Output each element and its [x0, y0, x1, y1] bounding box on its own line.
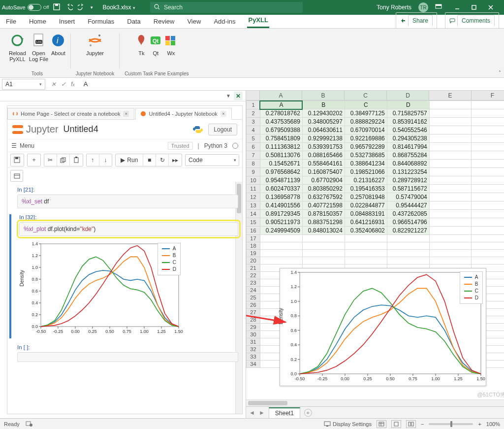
share-button[interactable]: Share: [396, 12, 437, 28]
row-header[interactable]: 2: [247, 109, 260, 118]
grid-cell[interactable]: 0.587115672: [387, 185, 429, 193]
grid-cell[interactable]: [429, 227, 472, 235]
grid-cell[interactable]: [302, 242, 345, 250]
grid-cell[interactable]: 0.508113076: [260, 151, 302, 160]
add-cell-button[interactable]: ＋: [28, 154, 40, 166]
open-logfile-button[interactable]: LOGOpen Log File: [29, 32, 48, 62]
restart-run-button[interactable]: ▸▸: [169, 154, 182, 166]
hamburger-icon[interactable]: ☰: [11, 142, 17, 149]
grid-cell[interactable]: 0.129430202: [302, 109, 345, 118]
add-sheet-button[interactable]: +: [304, 409, 312, 417]
grid-cell[interactable]: 0.195416353: [345, 185, 387, 193]
grid-cell[interactable]: 0.929992138: [302, 134, 345, 143]
col-header-a[interactable]: A: [260, 91, 302, 100]
fx-icon[interactable]: fx: [71, 81, 75, 88]
grid-cell[interactable]: [472, 176, 504, 185]
row-header[interactable]: 25: [247, 294, 260, 301]
grid-cell[interactable]: [472, 235, 504, 242]
grid-cell[interactable]: 0.679509388: [260, 126, 302, 134]
grid-cell[interactable]: [472, 242, 504, 250]
row-header[interactable]: 21: [247, 264, 260, 272]
zoom-in-button[interactable]: +: [478, 421, 481, 427]
sheet-nav-prev[interactable]: ◄: [249, 409, 255, 416]
pane-menu-icon[interactable]: ▼: [226, 93, 231, 99]
grid-cell[interactable]: [302, 235, 345, 242]
grid-cell[interactable]: 0.853914162: [387, 118, 429, 126]
name-box[interactable]: A1▾: [2, 79, 45, 90]
grid-cell[interactable]: 0.088165466: [302, 151, 345, 160]
grid-cell[interactable]: [429, 151, 472, 160]
cell-type-select[interactable]: Code: [185, 154, 239, 166]
grid-cell[interactable]: 0.348005297: [302, 118, 345, 126]
row-header[interactable]: 11: [247, 185, 260, 193]
switch-off-icon[interactable]: [28, 4, 41, 11]
row-header[interactable]: 27: [247, 309, 260, 316]
row-header[interactable]: 7: [247, 151, 260, 160]
grid-cell[interactable]: 0.878150357: [302, 210, 345, 218]
ribbon-display-icon[interactable]: [435, 4, 442, 11]
grid-cell[interactable]: 0.131223254: [387, 168, 429, 176]
grid-cell[interactable]: 0.294305238: [387, 134, 429, 143]
grid-cell[interactable]: 0.407721598: [302, 201, 345, 210]
grid-scroll-h[interactable]: [246, 399, 504, 406]
restart-button[interactable]: ↻: [156, 154, 169, 166]
row-header[interactable]: 16: [247, 227, 260, 235]
select-all-corner[interactable]: [246, 91, 260, 100]
grid-cell[interactable]: [472, 160, 504, 168]
grid-cell[interactable]: 0.715825757: [387, 109, 429, 118]
sheet-tab[interactable]: Sheet1: [269, 407, 300, 418]
grid-cell[interactable]: 0.111363812: [260, 143, 302, 151]
grid-cell[interactable]: [472, 109, 504, 118]
tab-home[interactable]: Home: [28, 16, 47, 28]
copy-cell-button[interactable]: [57, 154, 70, 166]
grid-cell[interactable]: 0.888829224: [345, 118, 387, 126]
grid-cell[interactable]: 0.803850292: [302, 185, 345, 193]
grid-cell[interactable]: [472, 101, 504, 109]
grid-cell[interactable]: A: [260, 101, 302, 109]
grid-cell[interactable]: [472, 218, 504, 227]
cancel-formula-icon[interactable]: ✕: [51, 81, 56, 88]
grid-cell[interactable]: 0.57479004: [387, 193, 429, 201]
about-button[interactable]: iAbout: [51, 32, 65, 62]
grid-cell[interactable]: 0.822921227: [387, 227, 429, 235]
grid-cell[interactable]: 0.084883191: [345, 210, 387, 218]
grid-cell[interactable]: [429, 193, 472, 201]
grid-cell[interactable]: 0.257081948: [345, 193, 387, 201]
interrupt-button[interactable]: ■: [143, 154, 156, 166]
grid-cell[interactable]: [429, 242, 472, 250]
grid-cell[interactable]: [472, 193, 504, 201]
grid-cell[interactable]: [387, 250, 429, 257]
page-break-button[interactable]: [406, 420, 416, 428]
pane-close-icon[interactable]: ✕: [234, 92, 243, 100]
grid-cell[interactable]: 0.136958778: [260, 193, 302, 201]
grid[interactable]: 1ABCD20.2780187620.1294302020.3849771250…: [246, 100, 504, 406]
grid-cell[interactable]: [472, 126, 504, 134]
code-cell-32[interactable]: In [32]: %xl_plot df.plot(kind="kde") -0…: [9, 214, 238, 338]
wx-button[interactable]: Wx: [164, 32, 177, 56]
row-header[interactable]: 8: [247, 160, 260, 168]
grid-cell[interactable]: 0.883751298: [302, 218, 345, 227]
page-layout-button[interactable]: [391, 420, 401, 428]
grid-cell[interactable]: [429, 201, 472, 210]
notebook-title[interactable]: Untitled4: [63, 124, 98, 134]
grid-cell[interactable]: [345, 235, 387, 242]
logout-button[interactable]: Logout: [208, 124, 237, 135]
grid-cell[interactable]: C: [345, 101, 387, 109]
row-header[interactable]: 23: [247, 279, 260, 287]
grid-cell[interactable]: 0.67702904: [302, 176, 345, 185]
normal-view-button[interactable]: [377, 420, 386, 428]
paste-cell-button[interactable]: [70, 154, 83, 166]
col-header-e[interactable]: E: [429, 91, 472, 100]
redo-icon[interactable]: [78, 3, 86, 12]
grid-cell[interactable]: [429, 185, 472, 193]
row-header[interactable]: 19: [247, 250, 260, 257]
display-settings[interactable]: Display Settings: [324, 421, 372, 427]
grid-cell[interactable]: 0.848013024: [302, 227, 345, 235]
grid-cell[interactable]: [429, 126, 472, 134]
col-header-d[interactable]: D: [387, 91, 429, 100]
jupyter-tab-home[interactable]: Home Page - Select or create a notebook×: [7, 108, 134, 119]
grid-cell[interactable]: 0.95444427: [387, 201, 429, 210]
tab-close-icon[interactable]: ×: [220, 111, 226, 117]
zoom-slider[interactable]: [429, 423, 473, 425]
grid-cell[interactable]: 0.891729345: [260, 210, 302, 218]
